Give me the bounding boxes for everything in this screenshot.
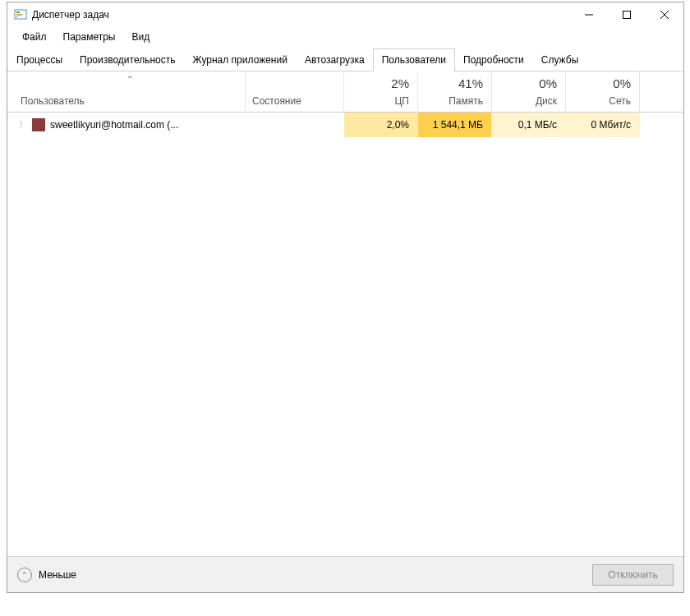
- tab-services[interactable]: Службы: [532, 48, 587, 71]
- user-row[interactable]: 〉 sweetlikyuri@hotmail.com (... 2,0% 1 5…: [7, 113, 683, 137]
- column-header-disk[interactable]: 0% Диск: [492, 71, 566, 112]
- app-icon: [14, 8, 27, 21]
- table-header: ⌃ Пользователь Состояние 2% ЦП 41% Памят…: [7, 71, 683, 113]
- tab-users[interactable]: Пользователи: [373, 48, 455, 71]
- column-header-network[interactable]: 0% Сеть: [566, 71, 640, 112]
- user-avatar-icon: [32, 118, 45, 131]
- cell-status: [246, 113, 344, 137]
- network-usage-total: 0%: [613, 76, 631, 90]
- window-controls: [570, 2, 683, 27]
- sort-indicator-icon: ⌃: [21, 76, 238, 83]
- task-manager-window: Диспетчер задач Файл Параметры Вид Проце…: [7, 2, 684, 593]
- svg-rect-5: [623, 11, 631, 19]
- menu-view[interactable]: Вид: [123, 30, 158, 44]
- column-label-user: Пользователь: [21, 95, 238, 107]
- username-text: sweetlikyuri@hotmail.com (...: [50, 119, 178, 131]
- table-body[interactable]: 〉 sweetlikyuri@hotmail.com (... 2,0% 1 5…: [7, 113, 683, 556]
- menu-file[interactable]: Файл: [14, 30, 55, 44]
- fewer-label: Меньше: [39, 569, 76, 581]
- cell-disk: 0,1 МБ/с: [492, 113, 566, 137]
- column-label-disk: Диск: [536, 95, 557, 107]
- disconnect-button[interactable]: Отключить: [592, 564, 674, 586]
- column-header-user[interactable]: ⌃ Пользователь: [7, 71, 246, 112]
- column-label-network: Сеть: [609, 95, 631, 107]
- column-header-memory[interactable]: 41% Память: [418, 71, 492, 112]
- cpu-usage-total: 2%: [391, 76, 409, 90]
- tab-details[interactable]: Подробности: [454, 48, 533, 71]
- svg-rect-1: [16, 11, 20, 13]
- column-label-cpu: ЦП: [394, 95, 409, 107]
- tab-strip: Процессы Производительность Журнал прило…: [7, 47, 683, 71]
- cell-network: 0 Мбит/с: [566, 113, 640, 137]
- column-label-memory: Память: [448, 95, 483, 107]
- tab-performance[interactable]: Производительность: [71, 48, 184, 71]
- content-area: ⌃ Пользователь Состояние 2% ЦП 41% Памят…: [7, 71, 683, 556]
- fewer-details-button[interactable]: ⌃ Меньше: [17, 568, 76, 582]
- svg-rect-2: [16, 14, 22, 16]
- memory-usage-total: 41%: [458, 76, 483, 90]
- window-title: Диспетчер задач: [32, 9, 570, 21]
- titlebar[interactable]: Диспетчер задач: [7, 2, 683, 27]
- menu-options[interactable]: Параметры: [55, 30, 124, 44]
- cell-user: 〉 sweetlikyuri@hotmail.com (...: [7, 113, 246, 137]
- maximize-button[interactable]: [608, 2, 646, 27]
- cell-memory: 1 544,1 МБ: [418, 113, 492, 137]
- tab-app-history[interactable]: Журнал приложений: [184, 48, 297, 71]
- menubar: Файл Параметры Вид: [7, 27, 683, 47]
- tab-processes[interactable]: Процессы: [7, 48, 71, 71]
- expand-chevron-icon[interactable]: 〉: [19, 119, 27, 131]
- footer: ⌃ Меньше Отключить: [7, 556, 683, 592]
- column-header-cpu[interactable]: 2% ЦП: [344, 71, 418, 112]
- chevron-up-circle-icon: ⌃: [17, 568, 32, 582]
- svg-rect-3: [16, 16, 18, 17]
- column-label-status: Состояние: [252, 95, 301, 107]
- disk-usage-total: 0%: [539, 76, 557, 90]
- close-button[interactable]: [646, 2, 683, 27]
- column-header-status[interactable]: Состояние: [246, 71, 344, 112]
- minimize-button[interactable]: [570, 2, 608, 27]
- cell-cpu: 2,0%: [344, 113, 418, 137]
- tab-startup[interactable]: Автозагрузка: [296, 48, 374, 71]
